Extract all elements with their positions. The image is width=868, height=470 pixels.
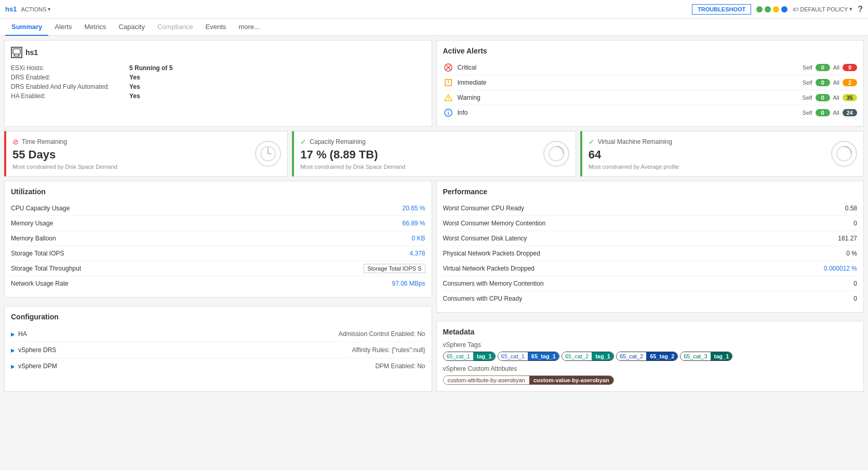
top-bar-right: TROUBLESHOOT 🏷 DEFAULT POLICY ▾ ? [692,4,863,15]
cap-value-capacity: 17 % (8.89 TB) [300,148,569,162]
alert-icon-warning [443,93,453,102]
config-value-ha: Admission Control Enabled: No [339,330,425,338]
tab-metrics[interactable]: Metrics [78,19,112,36]
self-val-info: 0 [816,109,830,116]
alert-name-warning: Warning [458,94,803,101]
perf-row-mem-contention: Worst Consumer Memory Contention 0 [443,216,858,231]
cap-value-vm: 64 [589,148,857,162]
prop-value-drs-auto: Yes [129,83,140,90]
configuration-panel: Configuration ▶ HA Admission Control Ena… [4,306,432,392]
tag-1: 65_cat_1 tag_1 [443,352,496,361]
meta-title: Metadata [443,328,858,336]
tab-events[interactable]: Events [199,19,233,36]
util-value-balloon: 0 KB [373,235,425,242]
config-value-drs: Affinity Rules: {"rules":null} [352,346,425,354]
cap-title-time: Time Remaining [22,138,67,145]
util-value-throughput: Storage Total IOPS S [364,265,425,272]
right-col: Performance Worst Consumer CPU Ready 0.5… [436,181,864,392]
config-row-dpm[interactable]: ▶ vSphere DPM DPM Enabled: No [11,358,425,374]
all-val-immediate: 2 [843,79,857,86]
cap-icon-capacity [543,141,569,167]
alert-name-immediate: Immediate [458,79,803,86]
self-val-immediate: 0 [816,79,830,86]
custom-attr-key-1: custom-attribute-by-aserobyan [444,376,529,384]
tab-capacity[interactable]: Capacity [112,19,151,36]
performance-panel: Performance Worst Consumer CPU Ready 0.5… [436,181,864,313]
all-label-immediate: All [833,79,839,86]
policy-label: DEFAULT POLICY [800,6,848,12]
tag-val-2: 65_tag_1 [528,352,559,360]
cap-sub-time: Most constrained by Disk Space Demand [12,164,281,170]
capacity-status-icon: ✓ [300,138,306,146]
tag-val-4: 65_tag_2 [647,352,677,360]
all-label-info: All [833,110,839,116]
capacity-card-vm: ✓ Virtual Machine Remaining 64 Most cons… [580,131,864,177]
config-label-drs: vSphere DRS [18,346,352,354]
cap-sub-capacity: Most constrained by Disk Space Demand [300,164,569,170]
alert-row-immediate: Immediate Self 0 All 2 [443,75,858,90]
util-value-iops: 4,378 [373,250,425,257]
alert-badges-info: Self 0 All 24 [803,109,857,116]
util-title: Utilization [11,187,425,196]
self-val-warning: 0 [816,94,830,101]
cap-header-time: ⊘ Time Remaining [12,138,281,146]
perf-row-cpu-consumers: Consumers with CPU Ready 0 [443,291,858,306]
troubleshoot-button[interactable]: TROUBLESHOOT [692,4,751,15]
perf-label-cpu-ready: Worst Consumer CPU Ready [443,205,816,212]
config-row-drs[interactable]: ▶ vSphere DRS Affinity Rules: {"rules":n… [11,342,425,358]
prop-label-drs-auto: DRS Enabled And Fully Automated: [11,83,125,90]
alert-name-info: Info [458,109,803,116]
alert-badges-critical: Self 0 All 9 [803,64,857,71]
config-value-dpm: DPM Enabled: No [375,362,425,370]
bottom-section: Utilization CPU Capacity Usage 20.65 % M… [4,181,864,392]
alert-badges-warning: Self 0 All 35 [803,94,857,101]
svg-point-9 [448,84,449,85]
perf-label-cpu-consumers: Consumers with CPU Ready [443,295,816,302]
tab-summary[interactable]: Summary [5,19,48,36]
perf-value-virt-drop: 0.000012 % [816,265,857,272]
util-row-balloon: Memory Balloon 0 KB [11,231,425,246]
prop-label-ha: HA Enabled: [11,92,125,100]
config-label-dpm: vSphere DPM [18,362,375,370]
utilization-panel: Utilization CPU Capacity Usage 20.65 % M… [4,181,432,298]
prop-label-drs: DRS Enabled: [11,74,125,81]
self-label-info: Self [803,110,812,116]
perf-value-phys-drop: 0 % [816,250,857,257]
actions-button[interactable]: ACTIONS [21,6,50,12]
top-row: hs1 ESXi Hosts: 5 Running of 5 DRS Enabl… [4,40,864,127]
config-label-ha: HA [18,330,339,338]
cap-icon-time [255,141,281,167]
perf-label-mem-contention: Worst Consumer Memory Contention [443,220,816,227]
cluster-panel: hs1 ESXi Hosts: 5 Running of 5 DRS Enabl… [4,40,432,127]
cap-icon-vm [831,141,857,167]
status-dot-green [756,6,763,12]
perf-value-disk-latency: 181.27 [816,235,857,242]
custom-attrs-label: vSphere Custom Attributes [443,365,858,372]
main-content: hs1 ESXi Hosts: 5 Running of 5 DRS Enabl… [0,36,868,396]
alerts-title: Active Alerts [443,47,858,55]
cluster-title: hs1 [11,47,425,58]
alerts-panel: Active Alerts Critical Self 0 All 9 [436,40,864,127]
perf-row-phys-drop: Physical Network Packets Dropped 0 % [443,246,858,261]
dpm-chevron: ▶ [11,364,15,369]
tab-alerts[interactable]: Alerts [48,19,78,36]
prop-value-esxi: 5 Running of 5 [129,64,172,72]
util-row-mem: Memory Usage 66.89 % [11,216,425,231]
alert-badges-immediate: Self 0 All 2 [803,79,857,86]
help-button[interactable]: ? [858,5,863,14]
perf-value-mem-contention: 0 [816,220,857,227]
tab-more[interactable]: more... [232,19,265,36]
policy-button[interactable]: 🏷 DEFAULT POLICY ▾ [793,6,852,12]
prop-esxi-hosts: ESXi Hosts: 5 Running of 5 [11,64,425,72]
util-label-balloon: Memory Balloon [11,235,373,242]
prop-ha: HA Enabled: Yes [11,92,425,100]
svg-rect-0 [13,49,20,54]
util-label-mem: Memory Usage [11,220,373,227]
perf-label-mem-consumers: Consumers with Memory Contention [443,280,816,287]
tag-cat-4: 65_cat_2 [617,352,647,360]
cap-title-vm: Virtual Machine Remaining [598,138,672,145]
svg-point-12 [448,99,449,100]
capacity-row: ⊘ Time Remaining 55 Days Most constraine… [4,131,864,177]
config-row-ha[interactable]: ▶ HA Admission Control Enabled: No [11,326,425,342]
all-val-info: 24 [843,109,857,116]
